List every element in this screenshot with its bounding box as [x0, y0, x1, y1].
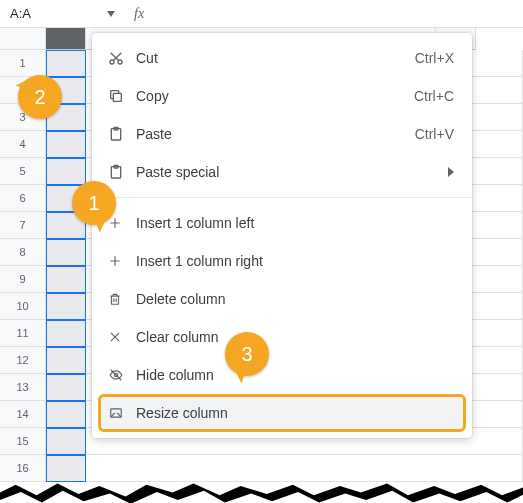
fx-label: fx — [134, 6, 144, 22]
row-header[interactable]: 14 — [0, 401, 46, 428]
copy-icon — [108, 88, 136, 104]
resize-icon — [108, 406, 136, 420]
svg-rect-2 — [113, 93, 121, 101]
row-header[interactable]: 12 — [0, 347, 46, 374]
row-header[interactable]: 9 — [0, 266, 46, 293]
menu-item-insert-left[interactable]: Insert 1 column left — [92, 204, 472, 242]
callout-number: 3 — [241, 343, 252, 366]
menu-shortcut: Ctrl+V — [415, 126, 454, 142]
menu-item-resize-column[interactable]: Resize column — [98, 394, 466, 432]
cell-selected[interactable] — [46, 50, 86, 77]
menu-label: Paste special — [136, 164, 448, 180]
cell-selected[interactable] — [46, 293, 86, 320]
formula-bar: fx — [0, 0, 523, 28]
menu-item-copy[interactable]: Copy Ctrl+C — [92, 77, 472, 115]
menu-label: Paste — [136, 126, 415, 142]
menu-item-cut[interactable]: Cut Ctrl+X — [92, 39, 472, 77]
menu-item-insert-right[interactable]: Insert 1 column right — [92, 242, 472, 280]
row-header[interactable]: 4 — [0, 131, 46, 158]
cell-selected[interactable] — [46, 455, 86, 482]
cell-selected[interactable] — [46, 158, 86, 185]
menu-label: Hide column — [136, 367, 454, 383]
close-icon — [108, 330, 136, 344]
cell-selected[interactable] — [46, 239, 86, 266]
menu-separator — [92, 197, 472, 198]
menu-item-paste-special[interactable]: Paste special — [92, 153, 472, 191]
row-header[interactable]: 8 — [0, 239, 46, 266]
menu-label: Clear column — [136, 329, 454, 345]
row-header[interactable]: 15 — [0, 428, 46, 455]
cut-icon — [108, 50, 136, 66]
cell-selected[interactable] — [46, 320, 86, 347]
callout-marker-1: 1 — [72, 181, 116, 225]
menu-item-clear-column[interactable]: Clear column — [92, 318, 472, 356]
corner-cell[interactable] — [0, 28, 46, 50]
menu-shortcut: Ctrl+X — [415, 50, 454, 66]
plus-icon — [108, 254, 136, 268]
callout-marker-3: 3 — [225, 332, 269, 376]
menu-item-paste[interactable]: Paste Ctrl+V — [92, 115, 472, 153]
row-header[interactable]: 16 — [0, 455, 46, 482]
paste-icon — [108, 126, 136, 142]
row-header[interactable]: 6 — [0, 185, 46, 212]
menu-label: Delete column — [136, 291, 454, 307]
svg-point-1 — [118, 60, 122, 64]
menu-item-hide-column[interactable]: Hide column — [92, 356, 472, 394]
cell-reference-input[interactable] — [6, 4, 96, 24]
paste-icon — [108, 164, 136, 180]
cell-selected[interactable] — [46, 428, 86, 455]
menu-label: Resize column — [136, 405, 454, 421]
context-menu: Cut Ctrl+X Copy Ctrl+C Paste Ctrl+V Past… — [92, 33, 472, 438]
submenu-arrow-icon — [448, 167, 454, 177]
cell-selected[interactable] — [46, 374, 86, 401]
menu-label: Cut — [136, 50, 415, 66]
cell-selected[interactable] — [46, 347, 86, 374]
row-header[interactable]: 13 — [0, 374, 46, 401]
row-header[interactable]: 11 — [0, 320, 46, 347]
menu-label: Insert 1 column right — [136, 253, 454, 269]
svg-point-0 — [110, 60, 114, 64]
cell-selected[interactable] — [46, 131, 86, 158]
menu-item-delete-column[interactable]: Delete column — [92, 280, 472, 318]
row-header[interactable]: 5 — [0, 158, 46, 185]
cell-selected[interactable] — [46, 401, 86, 428]
column-header-selected[interactable] — [46, 28, 86, 50]
row-header[interactable]: 7 — [0, 212, 46, 239]
dropdown-icon[interactable] — [102, 5, 120, 23]
menu-label: Insert 1 column left — [136, 215, 454, 231]
trash-icon — [108, 291, 136, 307]
callout-number: 1 — [88, 192, 99, 215]
hide-icon — [108, 368, 136, 382]
callout-marker-2: 2 — [18, 75, 62, 119]
menu-label: Copy — [136, 88, 414, 104]
menu-shortcut: Ctrl+C — [414, 88, 454, 104]
row-header[interactable]: 10 — [0, 293, 46, 320]
cell-selected[interactable] — [46, 266, 86, 293]
callout-number: 2 — [34, 86, 45, 109]
cell[interactable] — [86, 455, 523, 482]
